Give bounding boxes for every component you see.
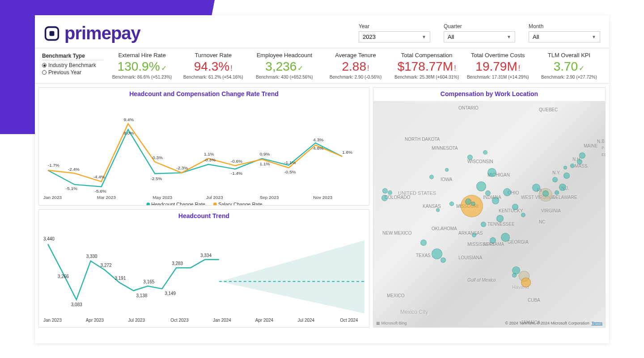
map-bubble[interactable] xyxy=(476,181,486,191)
check-icon: ✓ xyxy=(161,64,167,72)
kpi-total-overtime-costs: Total Overtime Costs 19.79M! Benchmark: … xyxy=(462,52,534,80)
map-bubble[interactable] xyxy=(521,278,531,287)
quarter-label: Quarter xyxy=(444,23,515,29)
svg-text:9.4%: 9.4% xyxy=(123,117,134,122)
svg-text:Jul 2024: Jul 2024 xyxy=(297,318,314,323)
map-bubble[interactable] xyxy=(564,166,567,169)
map-bubble[interactable] xyxy=(388,190,392,195)
svg-text:-0.6%: -0.6% xyxy=(231,159,242,164)
svg-text:3,330: 3,330 xyxy=(86,254,97,259)
radio-icon xyxy=(42,70,47,75)
map-bubble[interactable] xyxy=(503,188,511,196)
kpi-employee-headcount: Employee Headcount 3,236✓ Benchmark: 430… xyxy=(249,52,320,80)
kpi-turnover-rate: Turnover Rate 94.3%! Benchmark: 61.2% (+… xyxy=(178,52,249,80)
map-bubble[interactable] xyxy=(577,159,582,164)
map-bubble[interactable] xyxy=(501,233,510,242)
logo-text: primepay xyxy=(64,23,140,43)
map-bubble[interactable] xyxy=(382,188,388,194)
svg-point-31 xyxy=(213,202,217,205)
map-bubble[interactable] xyxy=(429,175,434,179)
svg-text:3,149: 3,149 xyxy=(165,291,176,296)
map-canvas[interactable]: ONTARIO QUEBEC MINNESOTA WISCONSIN MICHI… xyxy=(373,101,605,327)
svg-text:-2.4%: -2.4% xyxy=(68,167,80,172)
check-icon: ✓ xyxy=(579,64,585,72)
alert-icon: ! xyxy=(454,64,456,72)
radio-industry-benchmark[interactable]: Industry Benchmark xyxy=(42,62,104,68)
svg-text:Jul 2023: Jul 2023 xyxy=(128,318,145,323)
logo-icon xyxy=(44,25,60,42)
kpi-external-hire-rate: External Hire Rate 130.9%✓ Benchmark: 86… xyxy=(106,52,178,80)
map-bubble[interactable] xyxy=(465,198,471,205)
map-bubble[interactable] xyxy=(559,184,566,191)
svg-text:May 2023: May 2023 xyxy=(153,195,172,200)
svg-text:3,266: 3,266 xyxy=(58,274,69,279)
svg-text:4.8%: 4.8% xyxy=(313,146,323,151)
map-bubble[interactable] xyxy=(487,168,496,177)
svg-text:3,272: 3,272 xyxy=(101,263,112,268)
month-label: Month xyxy=(529,23,600,29)
map-bubble[interactable] xyxy=(579,152,585,159)
map-bubble[interactable] xyxy=(492,197,499,204)
svg-text:4.3%: 4.3% xyxy=(313,137,323,142)
svg-text:8.0%: 8.0% xyxy=(123,131,134,135)
map-bubble[interactable] xyxy=(436,208,440,212)
chevron-down-icon: ▼ xyxy=(592,34,596,39)
svg-text:Headcount Change Rate: Headcount Change Rate xyxy=(151,202,205,205)
map-bubble[interactable] xyxy=(481,222,486,227)
svg-text:3,283: 3,283 xyxy=(172,261,183,266)
svg-text:Salary Change Rate: Salary Change Rate xyxy=(218,202,263,205)
chart-compensation-map[interactable]: Compensation by Work Location ONTARIO QU… xyxy=(373,87,606,328)
map-bubble[interactable] xyxy=(512,273,517,278)
alert-icon: ! xyxy=(230,64,232,72)
map-bubble[interactable] xyxy=(555,190,559,195)
svg-text:-1.4%: -1.4% xyxy=(231,171,242,176)
svg-text:Sep 2023: Sep 2023 xyxy=(260,195,279,200)
map-bubble[interactable] xyxy=(521,213,525,217)
svg-text:0.3%: 0.3% xyxy=(153,155,163,160)
map-terms-link[interactable]: Terms xyxy=(592,321,603,325)
map-bubble[interactable] xyxy=(564,173,570,179)
year-label: Year xyxy=(359,23,430,29)
quarter-select[interactable]: All ▼ xyxy=(444,31,515,42)
map-bubble[interactable] xyxy=(471,202,475,206)
svg-text:Jan 2023: Jan 2023 xyxy=(43,195,62,200)
svg-text:-0.5%: -0.5% xyxy=(284,170,296,175)
map-bubble[interactable] xyxy=(512,204,518,210)
map-bubble[interactable] xyxy=(420,240,427,246)
map-bubble[interactable] xyxy=(496,215,504,222)
charts-area: Headcount and Compensation Change Rate T… xyxy=(35,84,609,331)
map-bubble[interactable] xyxy=(441,257,446,263)
svg-text:-1.7%: -1.7% xyxy=(48,163,59,168)
svg-text:3,083: 3,083 xyxy=(71,302,82,307)
map-bubble[interactable] xyxy=(483,150,487,155)
map-bubble[interactable] xyxy=(532,184,540,192)
chevron-down-icon: ▼ xyxy=(507,34,511,39)
dashboard: primepay Year 2023 ▼ Quarter All ▼ Month xyxy=(35,15,609,343)
map-bubble[interactable] xyxy=(485,190,491,196)
map-bubble[interactable] xyxy=(490,237,496,244)
svg-text:Apr 2024: Apr 2024 xyxy=(255,318,274,323)
map-bubble[interactable] xyxy=(432,248,442,259)
chevron-down-icon: ▼ xyxy=(422,34,426,39)
svg-text:Apr 2023: Apr 2023 xyxy=(86,318,104,323)
year-select[interactable]: 2023 ▼ xyxy=(359,31,430,42)
map-bubble[interactable] xyxy=(472,233,476,237)
chart-headcount-trend[interactable]: Headcount Trend 3,440 3,266 3,083 3,330 xyxy=(38,209,369,328)
map-bubble[interactable] xyxy=(542,190,549,197)
map-bubble[interactable] xyxy=(445,168,449,172)
radio-previous-year[interactable]: Previous Year xyxy=(42,69,104,76)
map-bubble[interactable] xyxy=(467,155,473,160)
benchmark-type-slicer: Benchmark Type Industry Benchmark Previo… xyxy=(39,52,106,80)
map-bubble[interactable] xyxy=(570,164,575,168)
chart-headcount-comp-trend[interactable]: Headcount and Compensation Change Rate T… xyxy=(38,87,369,206)
radio-icon xyxy=(42,63,47,67)
map-bubble[interactable] xyxy=(449,202,454,206)
map-copyright: © 2024 TomTom, © 2024 Microsoft Corporat… xyxy=(505,321,602,325)
map-provider: ▦ Microsoft Bing xyxy=(376,321,407,325)
svg-text:3,440: 3,440 xyxy=(43,236,55,241)
map-bubble[interactable] xyxy=(461,195,483,217)
map-bubble[interactable] xyxy=(552,177,558,182)
map-bubble[interactable] xyxy=(381,195,388,201)
check-icon: ✓ xyxy=(297,64,303,72)
month-select[interactable]: All ▼ xyxy=(529,31,600,42)
